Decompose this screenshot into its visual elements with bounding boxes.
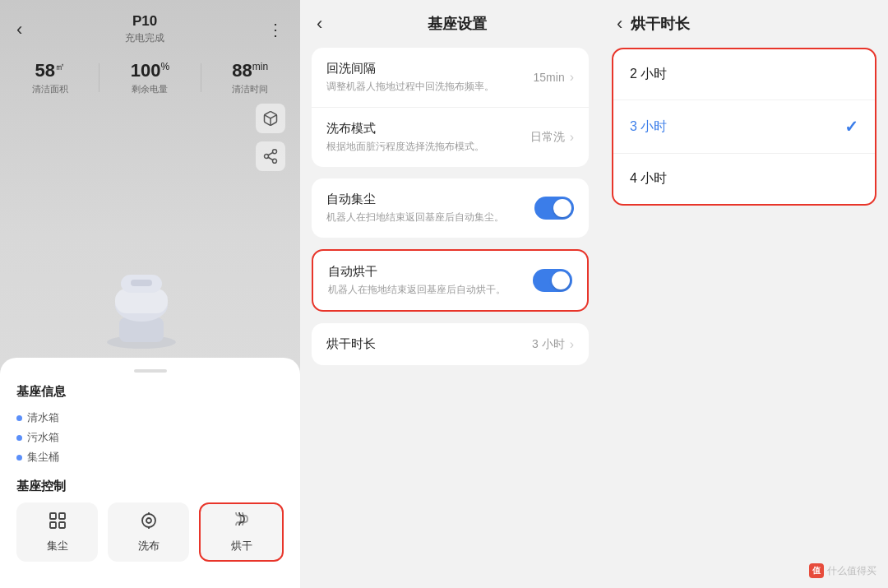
auto-dry-desc: 机器人在拖地结束返回基座后自动烘干。: [328, 283, 533, 297]
auto-dust-label: 自动集尘: [326, 192, 534, 207]
svg-point-16: [142, 514, 155, 527]
stat-divider-2: [201, 63, 201, 92]
right-panel: ‹ 烘干时长 2 小时 3 小时 ✓ 4 小时 值 什么值得买: [600, 0, 888, 588]
settings-item-auto-dust[interactable]: 自动集尘 机器人在扫地结束返回基座后自动集尘。: [312, 178, 589, 238]
robot-illustration: [96, 243, 187, 354]
base-control-title: 基座控制: [16, 479, 284, 494]
settings-item-wash-interval[interactable]: 回洗间隔 调整机器人拖地过程中回洗拖布频率。 15min ›: [312, 48, 589, 108]
more-button[interactable]: ⋮: [267, 20, 284, 39]
stat-time: 88min 清洁时间: [232, 60, 268, 95]
ctrl-wash-label: 洗布: [138, 539, 160, 553]
duration-item-2h[interactable]: 2 小时: [613, 49, 875, 100]
stat-time-value: 88min: [232, 60, 268, 81]
settings-group-1: 回洗间隔 调整机器人拖地过程中回洗拖布频率。 15min › 洗布模式 根据地面…: [312, 48, 589, 167]
wash-mode-desc: 根据地面脏污程度选择洗拖布模式。: [326, 140, 530, 154]
info-item-dirty-water: 污水箱: [16, 428, 284, 447]
device-status: 充电完成: [125, 31, 164, 45]
robot-svg: [96, 243, 187, 350]
svg-point-17: [146, 518, 151, 523]
wash-mode-label: 洗布模式: [326, 121, 530, 137]
dry-duration-value-group: 3 小时 ›: [532, 337, 574, 352]
chevron-icon-1: ›: [570, 70, 574, 85]
svg-point-3: [273, 160, 277, 164]
settings-group-4: 烘干时长 3 小时 ›: [312, 323, 589, 365]
stat-area-label: 清洁面积: [32, 83, 68, 95]
auto-dust-toggle[interactable]: [534, 197, 574, 220]
wash-interval-value: 15min: [534, 71, 565, 84]
wash-mode-value-group: 日常洗 ›: [530, 130, 574, 145]
left-top-bar: ‹ P10 充电完成 ⋮: [0, 0, 300, 52]
settings-item-auto-dry-main: 自动烘干 机器人在拖地结束返回基座后自动烘干。: [328, 264, 533, 297]
control-buttons-row: 集尘 洗布: [16, 502, 284, 562]
right-header: ‹ 烘干时长: [600, 0, 888, 48]
settings-item-wash-mode-main: 洗布模式 根据地面脏污程度选择洗拖布模式。: [326, 121, 530, 154]
right-back-button[interactable]: ‹: [617, 13, 622, 35]
dot-clean-water: [16, 415, 22, 421]
settings-item-wash-mode[interactable]: 洗布模式 根据地面脏污程度选择洗拖布模式。 日常洗 ›: [312, 108, 589, 167]
svg-rect-14: [50, 522, 56, 528]
dry-duration-label: 烘干时长: [326, 336, 532, 352]
settings-group-3-highlighted: 自动烘干 机器人在拖地结束返回基座后自动烘干。: [312, 249, 589, 312]
stat-time-label: 清洁时间: [232, 83, 268, 95]
dust-icon: [48, 511, 67, 535]
middle-panel: ‹ 基座设置 回洗间隔 调整机器人拖地过程中回洗拖布频率。 15min › 洗布…: [300, 0, 600, 588]
share-icon: [262, 148, 279, 164]
watermark-text: 什么值得买: [827, 564, 876, 578]
ctrl-dry-button[interactable]: 烘干: [199, 502, 284, 562]
share-button[interactable]: [256, 141, 285, 171]
stat-area: 58㎡ 清洁面积: [32, 60, 68, 95]
watermark-icon: 值: [809, 563, 824, 578]
duration-list: 2 小时 3 小时 ✓ 4 小时: [612, 48, 876, 206]
wash-interval-value-group: 15min ›: [534, 70, 574, 85]
stat-battery-value: 100%: [131, 60, 169, 81]
settings-item-auto-dry[interactable]: 自动烘干 机器人在拖地结束返回基座后自动烘干。: [313, 251, 587, 310]
settings-item-dry-duration[interactable]: 烘干时长 3 小时 ›: [312, 323, 589, 365]
ctrl-wash-button[interactable]: 洗布: [108, 502, 189, 562]
duration-item-4h[interactable]: 4 小时: [613, 154, 875, 204]
settings-item-wash-interval-main: 回洗间隔 调整机器人拖地过程中回洗拖布频率。: [326, 61, 534, 94]
device-name: P10: [125, 13, 164, 30]
middle-header: ‹ 基座设置: [300, 0, 600, 48]
settings-item-auto-dust-main: 自动集尘 机器人在扫地结束返回基座后自动集尘。: [326, 192, 534, 225]
stat-battery: 100% 剩余电量: [131, 60, 169, 95]
3d-view-button[interactable]: [256, 104, 285, 133]
svg-line-5: [268, 153, 273, 155]
ctrl-dust-button[interactable]: 集尘: [16, 502, 98, 562]
base-info-list: 清水箱 污水箱 集尘桶: [16, 408, 284, 467]
wash-icon: [139, 511, 159, 535]
auto-dry-toggle[interactable]: [533, 269, 572, 292]
chevron-icon-2: ›: [570, 130, 574, 145]
svg-rect-15: [59, 522, 65, 528]
device-title-group: P10 充电完成: [125, 13, 164, 45]
svg-point-1: [273, 150, 277, 154]
ctrl-dry-label: 烘干: [231, 539, 252, 553]
left-back-button[interactable]: ‹: [16, 19, 22, 40]
settings-group-2: 自动集尘 机器人在扫地结束返回基座后自动集尘。: [312, 178, 589, 238]
auto-dust-desc: 机器人在扫地结束返回基座后自动集尘。: [326, 211, 534, 225]
right-title: 烘干时长: [631, 14, 690, 34]
auto-dry-label: 自动烘干: [328, 264, 533, 280]
stat-divider-1: [99, 63, 99, 92]
wash-mode-value: 日常洗: [530, 130, 565, 145]
dry-icon: [232, 511, 252, 535]
settings-item-dry-duration-main: 烘干时长: [326, 336, 532, 352]
bottom-card: 基座信息 清水箱 污水箱 集尘桶 基座控制: [0, 358, 300, 588]
left-panel: ‹ P10 充电完成 ⋮ 58㎡ 清洁面积 100% 剩余电量 88min 清洁…: [0, 0, 300, 588]
action-icons: [0, 104, 300, 171]
chevron-icon-4: ›: [570, 337, 574, 352]
cube-icon: [262, 110, 279, 127]
stats-row: 58㎡ 清洁面积 100% 剩余电量 88min 清洁时间: [0, 52, 300, 104]
info-item-dust-bin: 集尘桶: [16, 447, 284, 467]
middle-back-button[interactable]: ‹: [317, 13, 322, 35]
info-item-clean-water: 清水箱: [16, 408, 284, 428]
toggle-knob: [553, 199, 571, 217]
stat-area-value: 58㎡: [32, 60, 68, 81]
svg-rect-13: [59, 513, 65, 519]
duration-2h-label: 2 小时: [630, 66, 667, 83]
stat-battery-label: 剩余电量: [131, 83, 169, 95]
duration-3h-label: 3 小时: [630, 118, 667, 136]
svg-line-4: [268, 158, 273, 160]
duration-item-3h[interactable]: 3 小时 ✓: [613, 100, 875, 154]
svg-rect-12: [50, 513, 56, 519]
check-icon: ✓: [844, 117, 858, 137]
